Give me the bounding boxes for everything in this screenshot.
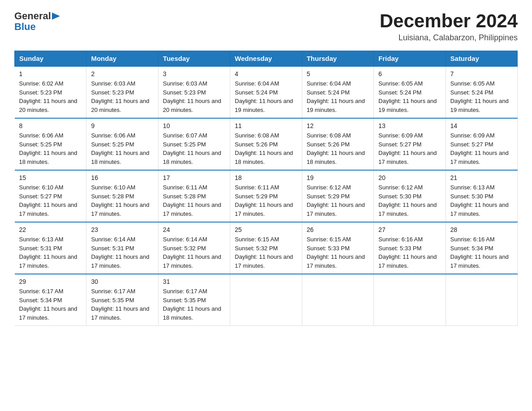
calendar-cell — [446, 274, 517, 326]
day-number: 17 — [163, 174, 225, 181]
day-number: 12 — [307, 122, 369, 129]
day-info: Sunrise: 6:10 AMSunset: 5:27 PMDaylight:… — [19, 184, 77, 217]
header-cell-thursday: Thursday — [302, 51, 373, 67]
calendar-week-4: 22Sunrise: 6:13 AMSunset: 5:31 PMDayligh… — [15, 222, 518, 274]
day-info: Sunrise: 6:13 AMSunset: 5:31 PMDaylight:… — [19, 236, 77, 269]
calendar-cell: 4Sunrise: 6:04 AMSunset: 5:24 PMDaylight… — [230, 66, 302, 118]
day-number: 7 — [450, 70, 513, 77]
logo-general: General — [14, 11, 51, 21]
day-number: 10 — [163, 122, 225, 129]
calendar-cell: 19Sunrise: 6:12 AMSunset: 5:29 PMDayligh… — [302, 170, 373, 222]
day-info: Sunrise: 6:17 AMSunset: 5:34 PMDaylight:… — [19, 288, 77, 321]
day-number: 13 — [378, 122, 441, 129]
day-info: Sunrise: 6:17 AMSunset: 5:35 PMDaylight:… — [163, 288, 221, 321]
header-cell-saturday: Saturday — [446, 51, 517, 67]
calendar-cell: 14Sunrise: 6:09 AMSunset: 5:27 PMDayligh… — [446, 118, 517, 170]
calendar-cell: 24Sunrise: 6:14 AMSunset: 5:32 PMDayligh… — [158, 222, 230, 274]
calendar-cell: 26Sunrise: 6:15 AMSunset: 5:33 PMDayligh… — [302, 222, 373, 274]
day-info: Sunrise: 6:15 AMSunset: 5:32 PMDaylight:… — [235, 236, 293, 269]
calendar-cell: 27Sunrise: 6:16 AMSunset: 5:33 PMDayligh… — [374, 222, 446, 274]
day-number: 31 — [163, 278, 225, 285]
day-info: Sunrise: 6:17 AMSunset: 5:35 PMDaylight:… — [91, 288, 149, 321]
day-number: 24 — [163, 226, 225, 233]
calendar-week-3: 15Sunrise: 6:10 AMSunset: 5:27 PMDayligh… — [15, 170, 518, 222]
day-info: Sunrise: 6:08 AMSunset: 5:26 PMDaylight:… — [307, 132, 365, 165]
day-info: Sunrise: 6:06 AMSunset: 5:25 PMDaylight:… — [91, 132, 149, 165]
day-info: Sunrise: 6:07 AMSunset: 5:25 PMDaylight:… — [163, 132, 221, 165]
header-cell-monday: Monday — [86, 51, 158, 67]
calendar-cell: 16Sunrise: 6:10 AMSunset: 5:28 PMDayligh… — [86, 170, 158, 222]
calendar-cell: 7Sunrise: 6:05 AMSunset: 5:24 PMDaylight… — [446, 66, 517, 118]
day-info: Sunrise: 6:05 AMSunset: 5:24 PMDaylight:… — [378, 80, 437, 113]
calendar-cell: 31Sunrise: 6:17 AMSunset: 5:35 PMDayligh… — [158, 274, 230, 326]
day-number: 30 — [91, 278, 153, 285]
day-info: Sunrise: 6:05 AMSunset: 5:24 PMDaylight:… — [450, 80, 509, 113]
calendar-cell: 2Sunrise: 6:03 AMSunset: 5:23 PMDaylight… — [86, 66, 158, 118]
day-info: Sunrise: 6:03 AMSunset: 5:23 PMDaylight:… — [91, 80, 149, 113]
day-number: 15 — [19, 174, 82, 181]
calendar-cell: 1Sunrise: 6:02 AMSunset: 5:23 PMDaylight… — [15, 66, 86, 118]
logo-arrow-icon — [52, 13, 60, 21]
day-number: 20 — [378, 174, 441, 181]
day-number: 27 — [378, 226, 441, 233]
day-number: 19 — [307, 174, 369, 181]
calendar-cell: 25Sunrise: 6:15 AMSunset: 5:32 PMDayligh… — [230, 222, 302, 274]
day-number: 2 — [91, 70, 153, 77]
calendar-cell: 21Sunrise: 6:13 AMSunset: 5:30 PMDayligh… — [446, 170, 517, 222]
day-number: 1 — [19, 70, 82, 77]
main-title: December 2024 — [380, 11, 518, 31]
day-number: 3 — [163, 70, 225, 77]
day-info: Sunrise: 6:02 AMSunset: 5:23 PMDaylight:… — [19, 80, 77, 113]
day-info: Sunrise: 6:10 AMSunset: 5:28 PMDaylight:… — [91, 184, 149, 217]
title-block: December 2024 Luisiana, Calabarzon, Phil… — [380, 11, 518, 43]
day-info: Sunrise: 6:12 AMSunset: 5:30 PMDaylight:… — [378, 184, 437, 217]
calendar-cell: 22Sunrise: 6:13 AMSunset: 5:31 PMDayligh… — [15, 222, 86, 274]
day-number: 8 — [19, 122, 82, 129]
logo-blue: Blue — [14, 21, 36, 32]
calendar-cell: 18Sunrise: 6:11 AMSunset: 5:29 PMDayligh… — [230, 170, 302, 222]
calendar-cell: 5Sunrise: 6:04 AMSunset: 5:24 PMDaylight… — [302, 66, 373, 118]
day-number: 29 — [19, 278, 82, 285]
day-number: 14 — [450, 122, 513, 129]
header-cell-wednesday: Wednesday — [230, 51, 302, 67]
day-number: 4 — [235, 70, 297, 77]
calendar-cell — [230, 274, 302, 326]
page-header: General Blue December 2024 Luisiana, Cal… — [14, 11, 518, 43]
day-info: Sunrise: 6:14 AMSunset: 5:32 PMDaylight:… — [163, 236, 221, 269]
day-number: 11 — [235, 122, 297, 129]
svg-marker-0 — [52, 13, 60, 20]
day-info: Sunrise: 6:14 AMSunset: 5:31 PMDaylight:… — [91, 236, 149, 269]
day-info: Sunrise: 6:04 AMSunset: 5:24 PMDaylight:… — [235, 80, 293, 113]
day-info: Sunrise: 6:06 AMSunset: 5:25 PMDaylight:… — [19, 132, 77, 165]
calendar-cell: 11Sunrise: 6:08 AMSunset: 5:26 PMDayligh… — [230, 118, 302, 170]
header-cell-sunday: Sunday — [15, 51, 86, 67]
calendar-cell: 23Sunrise: 6:14 AMSunset: 5:31 PMDayligh… — [86, 222, 158, 274]
calendar-cell: 30Sunrise: 6:17 AMSunset: 5:35 PMDayligh… — [86, 274, 158, 326]
calendar-cell: 29Sunrise: 6:17 AMSunset: 5:34 PMDayligh… — [15, 274, 86, 326]
day-number: 22 — [19, 226, 82, 233]
day-info: Sunrise: 6:08 AMSunset: 5:26 PMDaylight:… — [235, 132, 293, 165]
day-info: Sunrise: 6:04 AMSunset: 5:24 PMDaylight:… — [307, 80, 365, 113]
calendar-cell: 9Sunrise: 6:06 AMSunset: 5:25 PMDaylight… — [86, 118, 158, 170]
calendar-cell: 6Sunrise: 6:05 AMSunset: 5:24 PMDaylight… — [374, 66, 446, 118]
day-number: 18 — [235, 174, 297, 181]
calendar-body: 1Sunrise: 6:02 AMSunset: 5:23 PMDaylight… — [15, 66, 518, 326]
day-number: 26 — [307, 226, 369, 233]
day-info: Sunrise: 6:11 AMSunset: 5:29 PMDaylight:… — [235, 184, 293, 217]
day-number: 23 — [91, 226, 153, 233]
day-number: 28 — [450, 226, 513, 233]
day-info: Sunrise: 6:16 AMSunset: 5:33 PMDaylight:… — [378, 236, 437, 269]
day-number: 6 — [378, 70, 441, 77]
day-info: Sunrise: 6:03 AMSunset: 5:23 PMDaylight:… — [163, 80, 221, 113]
day-number: 21 — [450, 174, 513, 181]
calendar-cell: 20Sunrise: 6:12 AMSunset: 5:30 PMDayligh… — [374, 170, 446, 222]
day-info: Sunrise: 6:12 AMSunset: 5:29 PMDaylight:… — [307, 184, 365, 217]
calendar-cell: 13Sunrise: 6:09 AMSunset: 5:27 PMDayligh… — [374, 118, 446, 170]
day-info: Sunrise: 6:15 AMSunset: 5:33 PMDaylight:… — [307, 236, 365, 269]
day-info: Sunrise: 6:09 AMSunset: 5:27 PMDaylight:… — [378, 132, 437, 165]
calendar-cell: 17Sunrise: 6:11 AMSunset: 5:28 PMDayligh… — [158, 170, 230, 222]
calendar-week-5: 29Sunrise: 6:17 AMSunset: 5:34 PMDayligh… — [15, 274, 518, 326]
subtitle: Luisiana, Calabarzon, Philippines — [380, 33, 518, 43]
day-info: Sunrise: 6:11 AMSunset: 5:28 PMDaylight:… — [163, 184, 221, 217]
calendar-week-1: 1Sunrise: 6:02 AMSunset: 5:23 PMDaylight… — [15, 66, 518, 118]
